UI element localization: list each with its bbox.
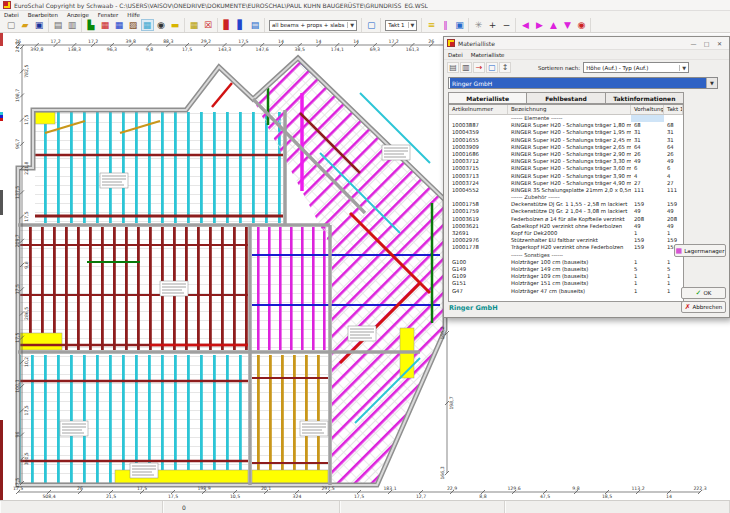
stats-red-icon[interactable]: ▊ — [221, 19, 234, 31]
open-folder-icon[interactable]: ▰ — [19, 19, 32, 31]
print-icon[interactable]: ▤ — [447, 62, 459, 73]
takt-combo[interactable]: Takt 1▼ — [385, 20, 417, 31]
window-icon[interactable]: ▣ — [453, 19, 466, 31]
ok-button[interactable]: ✓ OK — [681, 287, 726, 299]
dialog-menu-item-datei[interactable]: Datei — [448, 52, 463, 58]
print-preview-icon[interactable]: ▥ — [66, 19, 79, 31]
export-icon[interactable]: → — [473, 62, 485, 73]
table-header[interactable]: ArtikelnummerBezeichnungVorhaltungTakt 1 — [449, 105, 683, 115]
table-row[interactable]: 10003713RINGER Super H20 - Schalungs trä… — [449, 173, 683, 180]
menu-item-datei[interactable]: Datei — [4, 12, 19, 18]
table-row[interactable]: 10001686RINGER Super H20 - Schalungs trä… — [449, 151, 683, 158]
chevron-down-icon[interactable]: ▼ — [679, 65, 686, 71]
table-row[interactable]: 10001758Deckenstütze DJ Gr. 1 1,55 - 2,5… — [449, 201, 683, 208]
table-row[interactable]: G47Holzträger 47 cm (bauseits)11 — [449, 288, 683, 295]
measure-icon[interactable]: ▬ — [169, 19, 182, 31]
table-row[interactable]: 10004359RINGER Super H20 - Schalungs trä… — [449, 129, 683, 136]
beam-filter-combo[interactable]: all beams + props + slabs▼ — [269, 20, 357, 31]
maximize-icon[interactable]: □ — [700, 38, 713, 48]
beams-icon[interactable]: ▨ — [127, 19, 140, 31]
table-row[interactable]: 32691Kopf für Dek200011 — [449, 230, 683, 237]
svg-text:69,3: 69,3 — [370, 47, 380, 52]
svg-text:129,6: 129,6 — [507, 486, 520, 491]
column-header[interactable]: Vorhaltung — [631, 105, 664, 114]
main-title-bar[interactable]: EuroSchal Copyright by Schwaab - C:\USER… — [0, 0, 730, 11]
new-file-icon[interactable]: ▢ — [5, 19, 18, 31]
table-row[interactable]: 10003715RINGER Super H20 - Schalungs trä… — [449, 165, 683, 172]
table-cell: 111 — [664, 187, 683, 194]
zoom-icon[interactable]: ◉ — [155, 19, 168, 31]
zoom-window-icon[interactable]: ◉ — [575, 19, 588, 31]
print-list-icon[interactable]: ▥ — [460, 62, 472, 73]
column-header[interactable]: Bezeichnung — [508, 105, 631, 114]
slab-icon[interactable]: ▦ — [113, 19, 126, 31]
chevron-down-icon[interactable]: ▼ — [347, 22, 354, 28]
sort-combobox[interactable]: Höhe (Auf.) - Typ (Auf.) ▼ — [583, 62, 689, 73]
table-row[interactable]: G149Holzträger 149 cm (bauseits)55 — [449, 266, 683, 273]
table-row[interactable]: 10001655RINGER Super H20 - Schalungs trä… — [449, 137, 683, 144]
separator-row[interactable]: ------ Zubehör ------ — [449, 194, 683, 201]
dialog-title-bar[interactable]: Materialliste — □ ✕ — [444, 37, 729, 50]
table-row[interactable]: 10003887RINGER Super H20 - Schalungs trä… — [449, 122, 683, 129]
save-icon[interactable]: ▣ — [33, 19, 46, 31]
tab-fehlbestand[interactable]: Fehlbestand — [527, 92, 605, 104]
column-header[interactable]: Takt 1 — [664, 105, 683, 114]
pan-down-icon[interactable]: ▼ — [561, 19, 574, 31]
table-row[interactable]: 10003621Gabelkopf H20 verzinkt ohne Fede… — [449, 223, 683, 230]
table-cell: Holzträger 151 cm (bauseits) — [508, 280, 631, 287]
grid-icon[interactable]: ▦ — [141, 19, 154, 31]
table-icon[interactable]: ▤ — [249, 19, 262, 31]
delete-list-icon[interactable]: ☒ — [202, 19, 215, 31]
table-body[interactable]: ------ Elemente ------10003887RINGER Sup… — [449, 115, 683, 295]
cancel-button[interactable]: ✗ Abbrechen — [681, 301, 726, 313]
material-table[interactable]: ArtikelnummerBezeichnungVorhaltungTakt 1… — [448, 104, 684, 302]
pan-right-icon[interactable]: ▶ — [533, 19, 546, 31]
tab-taktinformationen[interactable]: Taktinformationen — [606, 92, 684, 104]
table-row[interactable]: 10004552RINGER 3S Schalungsplatte 21mm 2… — [449, 187, 683, 194]
table-row[interactable]: 10001759Deckenstütze DJ Gr. 2 1,04 - 3,0… — [449, 208, 683, 215]
column-header[interactable]: Artikelnummer — [449, 105, 508, 114]
table-row[interactable]: 10002976Stützenhalter EU faltbar verzink… — [449, 237, 683, 244]
table-row[interactable]: 10003909RINGER Super H20 - Schalungs trä… — [449, 144, 683, 151]
refresh-icon[interactable]: ✳ — [472, 19, 485, 31]
dialog-menu-item-materialliste[interactable]: Materialliste — [471, 52, 505, 58]
lagermanager-button[interactable]: ▦ Lagermanager — [674, 244, 726, 257]
table-cell: 27 — [631, 180, 664, 187]
material-list-icon[interactable]: ▦ — [188, 19, 201, 31]
stats-blue-icon[interactable]: ▋ — [235, 19, 248, 31]
table-row[interactable]: G151Holzträger 151 cm (bauseits)11 — [449, 280, 683, 287]
chevron-down-icon[interactable]: ▼ — [706, 78, 717, 88]
tab-materialliste[interactable]: Materialliste — [448, 92, 527, 104]
menu-item-hilfe[interactable]: Hilfe — [127, 12, 140, 18]
svg-text:9,8: 9,8 — [24, 261, 29, 268]
separator-row[interactable]: ------ Sonstiges ------ — [449, 252, 683, 259]
table-row[interactable]: G100Holzträger 100 cm (bauseits)11 — [449, 259, 683, 266]
table-row[interactable]: 10003712RINGER Super H20 - Schalungs trä… — [449, 158, 683, 165]
add-icon[interactable]: + — [486, 19, 499, 31]
document-icon[interactable]: ▢ — [486, 62, 498, 73]
table-row[interactable]: 10001778Trägerkopf H20 verzinkt ohne Fed… — [449, 244, 683, 251]
chevron-down-icon[interactable]: ▼ — [408, 22, 415, 28]
takt-page-icon[interactable]: ▢ — [365, 19, 378, 31]
supplier-combobox[interactable]: Ringer GmbH ▼ — [448, 77, 718, 89]
minimize-icon[interactable]: — — [687, 38, 700, 48]
pan-left-icon[interactable]: ◀ — [519, 19, 532, 31]
table-row[interactable]: G109Holzträger 109 cm (bauseits)11 — [449, 273, 683, 280]
remove-icon[interactable]: − — [500, 19, 513, 31]
formwork-icon[interactable]: ▦ — [99, 19, 112, 31]
sort-icon[interactable]: ↕ — [499, 62, 511, 73]
menu-item-bearbeiten[interactable]: Bearbeiten — [28, 12, 58, 18]
table-cell — [449, 252, 508, 259]
layers-icon[interactable]: ≡ — [425, 19, 438, 31]
pan-up-icon[interactable]: ▲ — [547, 19, 560, 31]
table-row[interactable]: 10003724RINGER Super H20 - Schalungs trä… — [449, 180, 683, 187]
menu-item-fenster[interactable]: Fenster — [98, 12, 118, 18]
table-row[interactable]: 10003619Federbolzen ø 14 für alle Kopfte… — [449, 216, 683, 223]
menu-item-anzeige[interactable]: Anzeige — [67, 12, 89, 18]
print-icon[interactable]: ▤ — [52, 19, 65, 31]
close-icon[interactable]: ✕ — [713, 38, 726, 48]
walls-icon[interactable]: ▙ — [85, 19, 98, 31]
separator-row[interactable]: ------ Elemente ------ — [449, 115, 683, 122]
columns-icon[interactable]: ∥ — [439, 19, 452, 31]
status-cell-3 — [340, 501, 505, 513]
